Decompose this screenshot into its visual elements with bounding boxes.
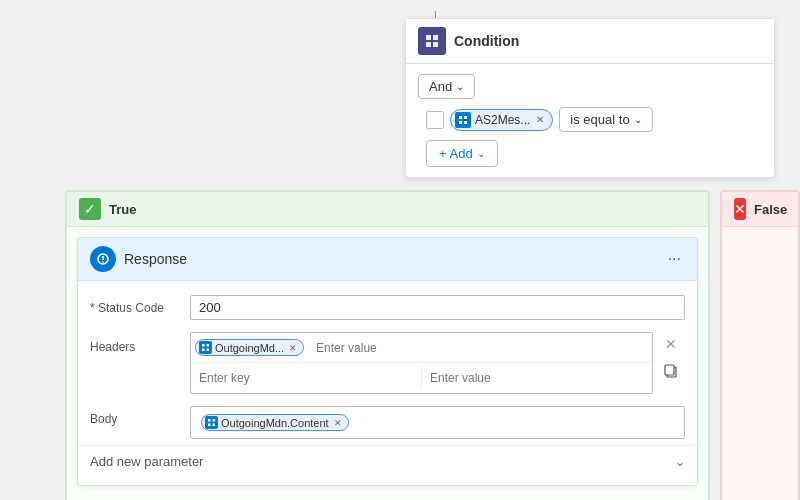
headers-copy-button[interactable] [657,359,685,386]
svg-rect-4 [459,116,462,119]
false-branch: ✕ False [720,190,800,500]
is-equal-chevron-icon: ⌄ [634,114,642,125]
condition-checkbox[interactable] [426,111,444,129]
condition-row: AS2Mes... ✕ is equal to ⌄ [426,107,762,132]
outgoing-md-token-icon [199,341,212,354]
body-token-close[interactable]: ✕ [334,418,342,428]
svg-rect-3 [433,42,438,47]
as2mes-token-icon [455,112,471,128]
add-param-button[interactable]: Add new parameter [90,454,203,469]
false-icon: ✕ [734,198,746,220]
response-title: Response [124,251,656,267]
status-code-input[interactable] [190,295,685,320]
condition-icon [418,27,446,55]
response-body: * Status Code Headers [78,281,697,485]
condition-block: Condition And ⌄ [405,18,775,178]
outgoing-md-token[interactable]: OutgoingMd... ✕ [195,339,304,356]
as2mes-token-label: AS2Mes... [475,113,530,127]
response-ellipsis-button[interactable]: ··· [664,248,685,270]
and-chevron-icon: ⌄ [456,81,464,92]
outgoing-mdn-content-label: OutgoingMdn.Content [221,417,329,429]
add-action-row: Add an action [67,496,708,500]
headers-actions: ✕ [657,332,685,386]
condition-title: Condition [454,33,519,49]
headers-row-2 [191,363,652,393]
outgoing-mdn-content-token-icon [205,416,218,429]
headers-row: Headers [78,326,697,400]
svg-rect-12 [207,344,210,347]
svg-rect-16 [665,365,674,375]
body-token-field[interactable]: OutgoingMdn.Content ✕ [190,406,685,439]
svg-rect-13 [202,349,205,352]
headers-delete-button[interactable]: ✕ [657,332,685,356]
and-dropdown: And ⌄ [418,74,762,99]
svg-rect-11 [202,344,205,347]
svg-rect-19 [208,424,211,427]
true-branch-header: ✓ True [67,192,708,227]
status-code-label: * Status Code [90,295,190,315]
response-icon [90,246,116,272]
status-code-value-wrap [190,295,685,320]
svg-rect-0 [426,35,431,40]
add-param-chevron-icon[interactable]: ⌄ [675,455,685,469]
body-value-wrap: OutgoingMdn.Content ✕ [190,406,685,439]
headers-field-wrap: OutgoingMd... ✕ [190,332,653,394]
true-branch: ✓ True Response ··· [65,190,710,500]
add-param-row: Add new parameter ⌄ [78,445,697,477]
svg-rect-20 [213,424,216,427]
headers-outer: OutgoingMd... ✕ [190,332,685,394]
add-chevron-icon: ⌄ [477,148,485,159]
response-card: Response ··· * Status Code Headers [77,237,698,486]
svg-point-10 [102,261,104,263]
and-button[interactable]: And ⌄ [418,74,475,99]
as2mes-token-close[interactable]: ✕ [536,114,544,125]
svg-rect-17 [208,419,211,422]
branches-row: ✓ True Response ··· [65,190,800,500]
svg-rect-1 [433,35,438,40]
svg-rect-7 [464,121,467,124]
true-icon: ✓ [79,198,101,220]
outgoing-md-token-close[interactable]: ✕ [289,343,297,353]
headers-label: Headers [90,332,190,354]
false-label: False [754,202,787,217]
add-condition-button[interactable]: + Add ⌄ [426,140,498,167]
is-equal-dropdown[interactable]: is equal to ⌄ [559,107,652,132]
false-branch-header: ✕ False [722,192,798,227]
svg-rect-18 [213,419,216,422]
status-code-row: * Status Code [78,289,697,326]
body-row: Body [78,400,697,445]
svg-rect-5 [464,116,467,119]
svg-rect-6 [459,121,462,124]
headers-row-1: OutgoingMd... ✕ [191,333,652,363]
add-row: + Add ⌄ [426,140,762,167]
body-label: Body [90,406,190,426]
main-canvas: ↓ Condition And ⌄ [0,0,800,500]
outgoing-md-token-label: OutgoingMd... [215,342,284,354]
svg-rect-14 [207,349,210,352]
true-label: True [109,202,136,217]
response-header: Response ··· [78,238,697,281]
headers-enter-key-input[interactable] [191,367,422,389]
headers-field: OutgoingMd... ✕ [190,332,653,394]
as2mes-token[interactable]: AS2Mes... ✕ [450,109,553,131]
headers-enter-value2-input[interactable] [422,367,652,389]
headers-enter-value-input[interactable] [308,337,652,359]
svg-rect-2 [426,42,431,47]
condition-header: Condition [406,19,774,64]
condition-body: And ⌄ AS2Mes... ✕ [406,64,774,177]
outgoing-mdn-content-token[interactable]: OutgoingMdn.Content ✕ [201,414,349,431]
